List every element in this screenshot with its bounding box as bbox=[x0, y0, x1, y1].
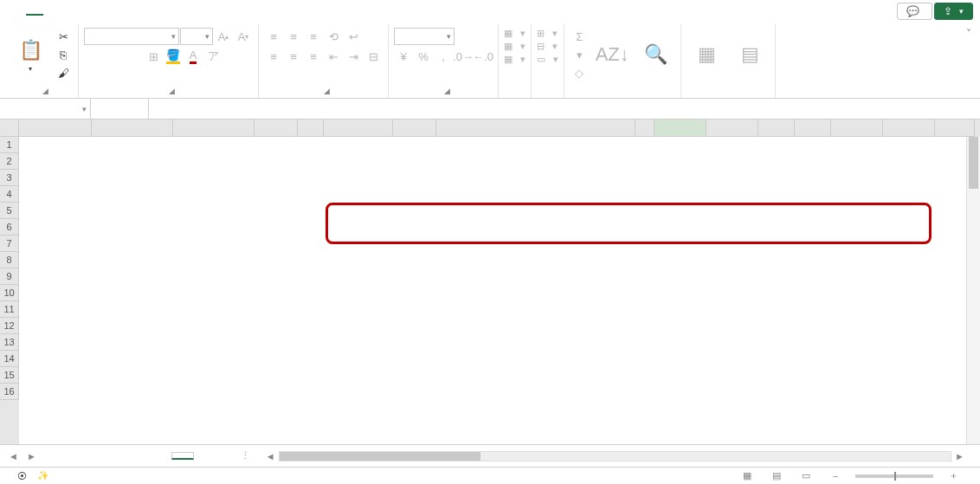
row-header[interactable]: 12 bbox=[0, 318, 19, 334]
border-button[interactable]: ⊞ bbox=[144, 48, 163, 65]
row-header[interactable]: 11 bbox=[0, 301, 19, 318]
normal-view-button[interactable]: ▦ bbox=[738, 470, 757, 481]
col-header[interactable] bbox=[324, 119, 393, 137]
dialog-launcher-icon[interactable]: ◢ bbox=[444, 87, 450, 95]
row-header[interactable]: 16 bbox=[0, 384, 19, 400]
macro-record-icon[interactable]: ⦿ bbox=[17, 471, 27, 481]
row-header[interactable]: 3 bbox=[0, 170, 19, 186]
row-header[interactable]: 10 bbox=[0, 285, 19, 301]
align-top-button[interactable]: ≡ bbox=[264, 28, 283, 45]
col-header[interactable] bbox=[436, 119, 635, 137]
bold-button[interactable] bbox=[84, 48, 103, 65]
col-header[interactable] bbox=[393, 119, 436, 137]
wrap-text-button[interactable]: ↩ bbox=[344, 28, 363, 45]
format-painter-button[interactable]: 🖌 bbox=[54, 64, 73, 81]
col-header[interactable] bbox=[255, 119, 298, 137]
col-header[interactable] bbox=[635, 119, 654, 137]
col-header[interactable] bbox=[92, 119, 173, 137]
row-header[interactable]: 8 bbox=[0, 252, 19, 268]
tab-home[interactable] bbox=[26, 7, 43, 16]
fill-color-button[interactable]: 🪣 bbox=[164, 48, 183, 65]
sheet-tab[interactable] bbox=[147, 453, 170, 460]
tab-pagelayout[interactable] bbox=[64, 8, 81, 15]
paste-button[interactable]: 📋▾ bbox=[10, 28, 50, 83]
row-header[interactable]: 6 bbox=[0, 219, 19, 236]
merge-button[interactable]: ⊟ bbox=[364, 48, 383, 65]
align-left-button[interactable]: ≡ bbox=[264, 48, 283, 65]
row-header[interactable]: 13 bbox=[0, 334, 19, 351]
number-format-select[interactable] bbox=[394, 28, 455, 45]
tab-insert[interactable] bbox=[45, 8, 62, 15]
tab-review[interactable] bbox=[121, 8, 139, 15]
fill-button[interactable]: ▾ bbox=[570, 46, 589, 63]
orientation-button[interactable]: ⟲ bbox=[324, 28, 343, 45]
share-button[interactable]: ⇪▾ bbox=[934, 3, 973, 20]
sheet-nav-prev[interactable]: ◄ bbox=[5, 451, 22, 461]
format-cells-button[interactable]: ▭ ▾ bbox=[537, 54, 558, 65]
row-header[interactable]: 4 bbox=[0, 186, 19, 203]
row-header[interactable]: 14 bbox=[0, 351, 19, 367]
font-color-button[interactable]: A bbox=[184, 48, 203, 65]
autosum-button[interactable]: Σ bbox=[570, 28, 589, 45]
sheet-tab[interactable] bbox=[171, 452, 194, 460]
row-header[interactable]: 15 bbox=[0, 367, 19, 384]
collapse-ribbon-button[interactable]: ˅ bbox=[966, 28, 971, 40]
align-right-button[interactable]: ≡ bbox=[304, 48, 323, 65]
accessibility-status[interactable]: ✨ bbox=[37, 470, 49, 481]
col-header[interactable] bbox=[795, 119, 831, 137]
col-header[interactable] bbox=[831, 119, 883, 137]
col-header[interactable] bbox=[654, 119, 706, 137]
tab-new[interactable] bbox=[216, 8, 234, 15]
comma-button[interactable]: , bbox=[434, 48, 453, 65]
underline-button[interactable] bbox=[124, 48, 143, 65]
delete-cells-button[interactable]: ⊟ ▾ bbox=[537, 41, 558, 52]
horizontal-scrollbar[interactable]: ◄► bbox=[255, 451, 975, 461]
row-header[interactable]: 5 bbox=[0, 203, 19, 219]
dialog-launcher-icon[interactable]: ◢ bbox=[169, 87, 175, 95]
sheet-tab[interactable] bbox=[74, 453, 97, 460]
zoom-slider[interactable] bbox=[855, 474, 933, 478]
col-header[interactable] bbox=[298, 119, 324, 137]
decrease-indent-button[interactable]: ⇤ bbox=[324, 48, 343, 65]
sort-filter-button[interactable]: AZ↓ bbox=[592, 28, 632, 83]
align-middle-button[interactable]: ≡ bbox=[284, 28, 303, 45]
increase-decimal-button[interactable]: .0→ bbox=[454, 48, 473, 65]
sheet-tab[interactable] bbox=[123, 453, 145, 460]
tab-view[interactable] bbox=[140, 8, 158, 15]
col-header[interactable] bbox=[758, 119, 795, 137]
tab-data[interactable] bbox=[102, 8, 119, 15]
font-name-select[interactable] bbox=[84, 28, 179, 45]
cell-styles-button[interactable]: ▦ ▾ bbox=[504, 54, 525, 65]
row-header[interactable]: 2 bbox=[0, 153, 19, 170]
clear-button[interactable]: ◇ bbox=[570, 64, 589, 81]
tab-automate[interactable] bbox=[159, 8, 177, 15]
page-layout-view-button[interactable]: ▤ bbox=[767, 470, 786, 481]
zoom-in-button[interactable]: ＋ bbox=[944, 469, 963, 482]
sheet-tab[interactable] bbox=[196, 453, 218, 460]
conditional-format-button[interactable]: ▦ ▾ bbox=[504, 28, 525, 39]
tab-formulas[interactable] bbox=[83, 8, 100, 15]
row-header[interactable]: 9 bbox=[0, 268, 19, 285]
addins-button[interactable]: ▦ bbox=[687, 28, 726, 83]
sheet-tab[interactable] bbox=[50, 453, 73, 460]
format-as-table-button[interactable]: ▦ ▾ bbox=[504, 41, 525, 52]
italic-button[interactable] bbox=[104, 48, 123, 65]
percent-button[interactable]: % bbox=[414, 48, 433, 65]
find-select-button[interactable]: 🔍 bbox=[635, 28, 675, 83]
dialog-launcher-icon[interactable]: ◢ bbox=[42, 87, 48, 95]
tab-file[interactable] bbox=[7, 8, 24, 15]
row-header[interactable]: 7 bbox=[0, 236, 19, 252]
col-header[interactable] bbox=[706, 119, 758, 137]
insert-cells-button[interactable]: ⊞ ▾ bbox=[537, 28, 558, 39]
align-bottom-button[interactable]: ≡ bbox=[304, 28, 323, 45]
dialog-launcher-icon[interactable]: ◢ bbox=[324, 87, 330, 95]
copy-button[interactable]: ⎘ bbox=[54, 46, 73, 63]
page-break-view-button[interactable]: ▭ bbox=[796, 470, 816, 481]
phonetic-button[interactable]: ア bbox=[203, 48, 222, 65]
data-analysis-button[interactable]: ▤ bbox=[730, 28, 770, 83]
col-header[interactable] bbox=[883, 119, 935, 137]
col-header[interactable] bbox=[19, 119, 92, 137]
spreadsheet-grid[interactable]: 1 2 3 4 5 6 7 8 9 10 11 12 13 14 15 16 bbox=[0, 119, 980, 444]
tab-help[interactable] bbox=[197, 8, 215, 15]
align-center-button[interactable]: ≡ bbox=[284, 48, 303, 65]
